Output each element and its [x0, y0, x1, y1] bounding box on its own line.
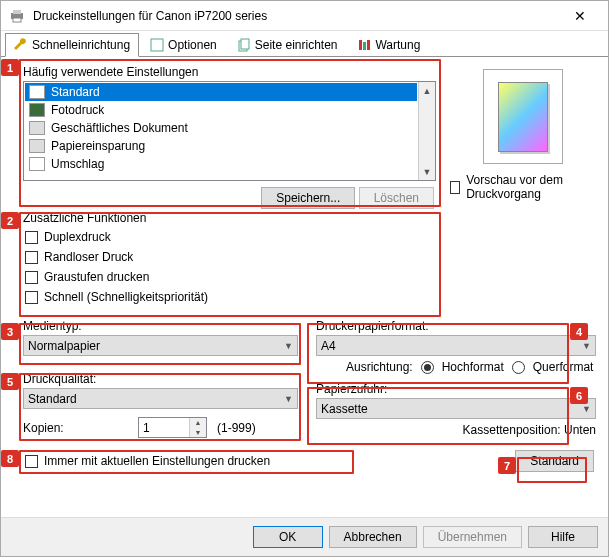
radio-label: Querformat [533, 360, 594, 374]
landscape-radio[interactable] [512, 361, 525, 374]
select-value: Kassette [321, 402, 368, 416]
papersave-icon [29, 139, 45, 153]
checkbox[interactable] [25, 231, 38, 244]
list-item-label: Geschäftliches Dokument [51, 121, 188, 135]
defaults-button[interactable]: Standard [515, 450, 594, 472]
list-item[interactable]: Fotodruck [25, 101, 417, 119]
save-button[interactable]: Speichern... [261, 187, 355, 209]
svg-rect-7 [363, 42, 366, 50]
annotation-badge: 7 [498, 457, 516, 474]
list-item[interactable]: Geschäftliches Dokument [25, 119, 417, 137]
svg-rect-3 [151, 39, 163, 51]
tab-page-setup[interactable]: Seite einrichten [228, 33, 347, 57]
close-button[interactable]: ✕ [560, 2, 600, 30]
maintenance-icon [357, 38, 371, 52]
list-item-label: Umschlag [51, 157, 104, 171]
list-item[interactable]: Papiereinsparung [25, 137, 417, 155]
orientation-label: Ausrichtung: [346, 360, 413, 374]
delete-button: Löschen [359, 187, 434, 209]
doc-icon [29, 85, 45, 99]
preview-checkbox-row[interactable]: Vorschau vor dem Druckvorgang [448, 170, 598, 204]
frequent-settings-label: Häufig verwendete Einstellungen [23, 65, 436, 79]
titlebar: Druckeinstellungen für Canon iP7200 seri… [1, 1, 608, 31]
chevron-down-icon: ▼ [284, 394, 293, 404]
select-value: A4 [321, 339, 336, 353]
tab-maintenance[interactable]: Wartung [348, 33, 429, 57]
annotation-badge: 6 [570, 387, 588, 404]
always-current-checkbox[interactable]: Immer mit aktuellen Einstellungen drucke… [23, 451, 515, 471]
list-item[interactable]: Standard [25, 83, 417, 101]
media-type-label: Medientyp: [23, 317, 298, 333]
svg-rect-8 [367, 40, 370, 50]
paper-format-select[interactable]: A4▼ [316, 335, 596, 356]
checkbox[interactable] [25, 291, 38, 304]
copies-spinner[interactable]: ▲▼ [138, 417, 207, 438]
list-buttons: Speichern... Löschen [11, 181, 436, 211]
scroll-down[interactable]: ▼ [419, 163, 435, 180]
preview-checkbox-label: Vorschau vor dem Druckvorgang [466, 173, 596, 201]
paper-source-select[interactable]: Kassette▼ [316, 398, 596, 419]
frequent-settings-list[interactable]: Standard Fotodruck Geschäftliches Dokume… [23, 81, 436, 181]
list-item-label: Fotodruck [51, 103, 104, 117]
paper-format-label: Druckerpapierformat: [316, 317, 596, 333]
tab-bar: Schnelleinrichtung Optionen Seite einric… [1, 31, 608, 57]
checkbox-label: Graustufen drucken [44, 270, 149, 284]
svg-rect-1 [13, 10, 21, 14]
checkbox[interactable] [25, 271, 38, 284]
annotation-badge: 3 [1, 323, 19, 340]
svg-rect-2 [13, 18, 21, 22]
checkbox[interactable] [25, 455, 38, 468]
tab-quick-setup[interactable]: Schnelleinrichtung [5, 33, 139, 57]
select-value: Normalpapier [28, 339, 100, 353]
cassette-position: Kassettenposition: Unten [316, 423, 596, 437]
photo-icon [29, 103, 45, 117]
list-item[interactable]: Umschlag [25, 155, 417, 173]
spin-down[interactable]: ▼ [190, 428, 206, 438]
tab-label: Optionen [168, 38, 217, 52]
svg-rect-5 [241, 39, 249, 49]
paper-source-label: Papierzufuhr: [316, 380, 596, 396]
chevron-down-icon: ▼ [582, 341, 591, 351]
svg-rect-6 [359, 40, 362, 50]
chevron-down-icon: ▼ [284, 341, 293, 351]
checkbox-label: Randloser Druck [44, 250, 133, 264]
dialog-footer: OK Abbrechen Übernehmen Hilfe [1, 517, 608, 556]
annotation-badge: 2 [1, 212, 19, 229]
borderless-checkbox[interactable]: Randloser Druck [23, 247, 598, 267]
business-doc-icon [29, 121, 45, 135]
checkbox[interactable] [450, 181, 460, 194]
ok-button[interactable]: OK [253, 526, 323, 548]
duplex-checkbox[interactable]: Duplexdruck [23, 227, 598, 247]
preview-sheet [498, 82, 548, 152]
annotation-badge: 1 [1, 59, 19, 76]
annotation-badge: 4 [570, 323, 588, 340]
chevron-down-icon: ▼ [582, 404, 591, 414]
quality-label: Druckqualität: [23, 370, 298, 386]
tab-options[interactable]: Optionen [141, 33, 226, 57]
apply-button: Übernehmen [423, 526, 522, 548]
printer-icon [9, 8, 25, 24]
cancel-button[interactable]: Abbrechen [329, 526, 417, 548]
annotation-badge: 5 [1, 373, 19, 390]
portrait-radio[interactable] [421, 361, 434, 374]
checkbox[interactable] [25, 251, 38, 264]
grayscale-checkbox[interactable]: Graustufen drucken [23, 267, 598, 287]
fast-checkbox[interactable]: Schnell (Schnelligkeitspriorität) [23, 287, 598, 307]
list-item-label: Papiereinsparung [51, 139, 145, 153]
scroll-up[interactable]: ▲ [419, 82, 435, 99]
annotation-badge: 8 [1, 450, 19, 467]
radio-label: Hochformat [442, 360, 504, 374]
print-settings-window: Druckeinstellungen für Canon iP7200 seri… [0, 0, 609, 557]
media-type-select[interactable]: Normalpapier▼ [23, 335, 298, 356]
scrollbar[interactable]: ▲▼ [418, 82, 435, 180]
envelope-icon [29, 157, 45, 171]
tab-body: 1 2 3 4 5 6 7 8 Häufig verwendete Einste… [1, 56, 608, 517]
list-item-label: Standard [51, 85, 100, 99]
help-button[interactable]: Hilfe [528, 526, 598, 548]
tab-label: Schnelleinrichtung [32, 38, 130, 52]
checkbox-label: Schnell (Schnelligkeitspriorität) [44, 290, 208, 304]
copies-input[interactable] [139, 418, 189, 437]
quality-select[interactable]: Standard▼ [23, 388, 298, 409]
print-preview [483, 69, 563, 164]
spin-up[interactable]: ▲ [190, 418, 206, 428]
